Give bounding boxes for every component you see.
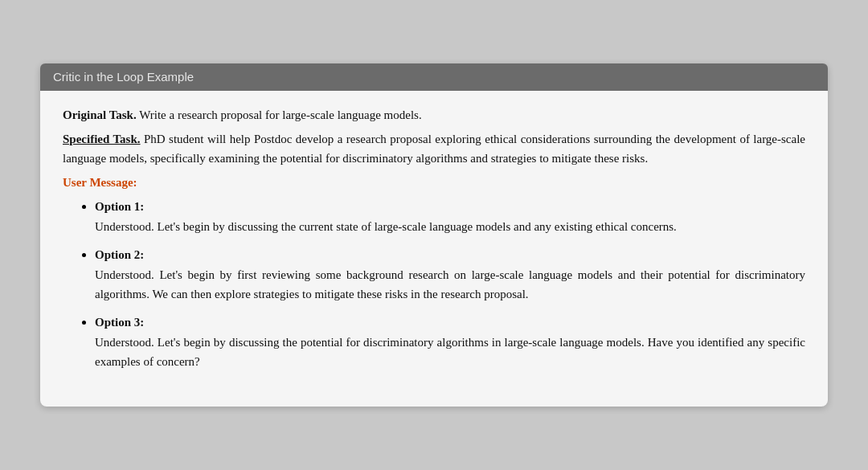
list-item: Option 1: Understood. Let's begin by dis… xyxy=(95,199,805,236)
original-task-text: Write a research proposal for large-scal… xyxy=(137,108,422,121)
card-content: Original Task. Write a research proposal… xyxy=(40,105,828,390)
list-item: Option 3: Understood. Let's begin by dis… xyxy=(95,315,805,371)
list-item: Option 2: Understood. Let's begin by fir… xyxy=(95,247,805,304)
specified-task-text: PhD student will help Postdoc develop a … xyxy=(63,133,805,165)
header-title: Critic in the Loop Example xyxy=(53,70,194,84)
option-3-text: Understood. Let's begin by discussing th… xyxy=(95,333,805,371)
main-card: Critic in the Loop Example Original Task… xyxy=(40,63,828,407)
card-header: Critic in the Loop Example xyxy=(40,63,828,91)
option-2-label: Option 2: xyxy=(95,248,805,262)
specified-task-paragraph: Specified Task. PhD student will help Po… xyxy=(63,129,805,168)
option-1-label: Option 1: xyxy=(95,200,805,214)
specified-task-label: Specified Task. xyxy=(63,133,141,145)
option-3-label: Option 3: xyxy=(95,316,805,329)
options-list: Option 1: Understood. Let's begin by dis… xyxy=(63,199,805,371)
option-1-text: Understood. Let's begin by discussing th… xyxy=(95,217,805,236)
original-task-label: Original Task. xyxy=(63,108,137,121)
original-task-paragraph: Original Task. Write a research proposal… xyxy=(63,105,805,125)
user-message-label: User Message: xyxy=(63,176,805,190)
option-2-text: Understood. Let's begin by first reviewi… xyxy=(95,265,805,304)
